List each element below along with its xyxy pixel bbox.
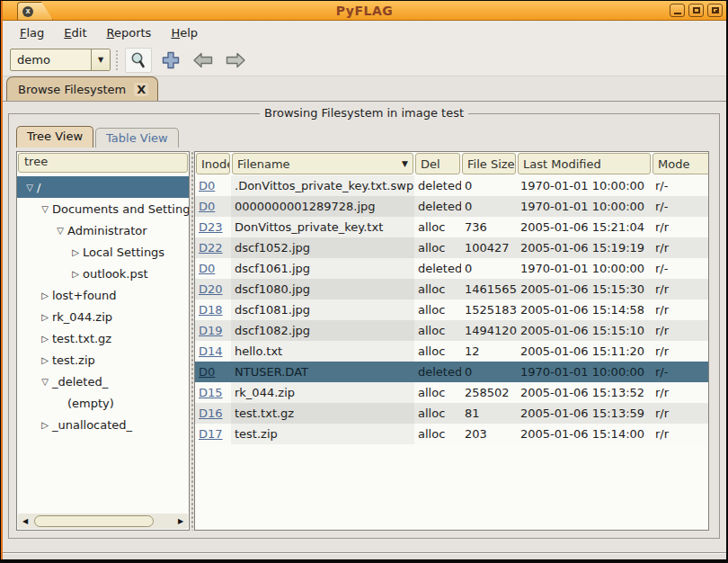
expander-closed-icon[interactable]: ▷ (68, 247, 83, 257)
add-report-button[interactable] (157, 48, 184, 73)
tree-item[interactable]: ▷rk_044.zip (17, 306, 189, 327)
forward-button[interactable] (222, 48, 249, 73)
tree-item[interactable]: ▽Administrator (17, 219, 189, 241)
inode-cell: D16 (195, 403, 231, 424)
menu-item-edit[interactable]: Edit (54, 22, 96, 43)
inode-link[interactable]: D16 (199, 407, 223, 420)
inode-link[interactable]: D14 (199, 344, 223, 358)
file-size-cell: 0 (461, 175, 517, 196)
last-modified-cell: 2005-01-06 15:13:59 (517, 403, 652, 424)
mode-cell: r/r (652, 382, 709, 403)
inode-link[interactable]: D23 (199, 220, 223, 234)
inode-link[interactable]: D17 (199, 427, 223, 441)
menu-item-help[interactable]: Help (161, 22, 208, 43)
inode-link[interactable]: D0 (199, 200, 215, 213)
table-row[interactable]: D0dscf1061.jpgdeleted01970-01-01 10:00:0… (195, 258, 708, 279)
filename-cell: .DonVittos_private_key.txt.swp (231, 175, 414, 196)
menu-item-reports[interactable]: Reports (97, 22, 162, 43)
tree-item[interactable]: ▷_unallocated_ (17, 414, 189, 435)
table-row[interactable]: D16test.txt.gzalloc812005-01-06 15:13:59… (195, 403, 708, 424)
tree-item[interactable]: ▽/ (17, 176, 189, 198)
restore-button[interactable] (707, 4, 723, 17)
expander-open-icon[interactable]: ▽ (38, 377, 52, 387)
search-button[interactable] (125, 48, 152, 73)
table-row[interactable]: D19dscf1082.jpgalloc14941202005-01-06 15… (195, 320, 708, 341)
tab-page: Browsing Filesystem in image test Tree V… (3, 102, 726, 552)
inode-cell: D20 (195, 279, 231, 299)
last-modified-cell: 1970-01-01 10:00:00 (517, 258, 652, 279)
scroll-left-button[interactable]: ◀ (18, 514, 32, 528)
tree-item[interactable]: ▷outlook.pst (17, 263, 189, 284)
inode-link[interactable]: D0 (199, 262, 215, 275)
del-cell: deleted (414, 258, 461, 279)
tree-view: ▽/▽Documents and Settings▽Administrator▷… (17, 174, 189, 513)
column-header-mode[interactable]: Mode (653, 153, 709, 174)
expander-closed-icon[interactable]: ▷ (38, 334, 52, 344)
expander-closed-icon[interactable]: ▷ (68, 269, 83, 279)
last-modified-cell: 2005-01-06 15:11:20 (517, 341, 652, 362)
tree-item[interactable]: ▷test.zip (17, 349, 189, 371)
inode-link[interactable]: D15 (199, 386, 223, 399)
arrow-left-icon (192, 51, 214, 69)
minimize-button[interactable] (670, 4, 685, 17)
group-frame: Browsing Filesystem in image test Tree V… (8, 113, 720, 539)
column-header-inode[interactable]: Inode (196, 153, 230, 174)
menu-item-flag[interactable]: Flag (10, 22, 54, 43)
inode-link[interactable]: D0 (199, 365, 215, 379)
table-row[interactable]: D0NTUSER.DATdeleted01970-01-01 10:00:00r… (195, 362, 708, 382)
table-row[interactable]: D22dscf1052.jpgalloc1004272005-01-06 15:… (195, 237, 708, 258)
tab-table-view[interactable]: Table View (95, 128, 179, 147)
table-row[interactable]: D00000000001289728.jpgdeleted01970-01-01… (195, 196, 708, 217)
tree-item[interactable]: ▽Documents and Settings (17, 198, 189, 219)
tree-item[interactable]: ▷Local Settings (17, 241, 189, 263)
tree-horizontal-scrollbar[interactable]: ◀ ▶ (18, 514, 188, 529)
table-row[interactable]: D14hello.txtalloc122005-01-06 15:11:20r/… (195, 341, 708, 362)
column-header-last-modified[interactable]: Last Modified (518, 153, 651, 174)
table-row[interactable]: D0.DonVittos_private_key.txt.swpdeleted0… (195, 175, 708, 196)
titlebar[interactable]: x PyFLAG (3, 1, 726, 21)
expander-closed-icon[interactable]: ▷ (38, 312, 52, 322)
tree-item[interactable]: ▷test.txt.gz (17, 327, 189, 349)
back-button[interactable] (190, 48, 217, 73)
tree-item[interactable]: ▷lost+found (17, 284, 189, 306)
file-size-cell: 100427 (461, 237, 517, 258)
table-row[interactable]: D17test.zipalloc2032005-01-06 15:14:00r/… (195, 424, 708, 444)
column-header-label: Del (421, 157, 440, 171)
inode-link[interactable]: D18 (199, 303, 223, 317)
scroll-right-button[interactable]: ▶ (173, 514, 188, 528)
column-header-file-size[interactable]: File Size (462, 153, 516, 174)
tab-browse-filesystem[interactable]: Browse Filesystem X (6, 76, 158, 101)
search-icon (129, 51, 147, 69)
del-cell: deleted (414, 362, 461, 382)
maximize-button[interactable] (688, 4, 704, 17)
column-header-label: Filename (237, 157, 290, 171)
case-selector-dropdown-button[interactable]: ▼ (91, 49, 110, 70)
tree-column-header[interactable]: tree (18, 153, 188, 173)
expander-closed-icon[interactable]: ▷ (38, 420, 52, 430)
inode-link[interactable]: D0 (199, 179, 215, 192)
tree-item[interactable]: ▽_deleted_ (17, 371, 189, 392)
scrollbar-thumb[interactable] (34, 515, 154, 527)
inode-link[interactable]: D22 (199, 241, 223, 255)
table-row[interactable]: D15rk_044.zipalloc2585022005-01-06 15:13… (195, 382, 708, 403)
tree-item-label: Local Settings (83, 246, 164, 259)
tab-tree-view[interactable]: Tree View (16, 126, 93, 147)
tab-close-button[interactable]: X (134, 83, 148, 96)
expander-open-icon[interactable]: ▽ (22, 183, 37, 192)
column-header-del[interactable]: Del (415, 153, 460, 174)
filename-cell: test.zip (231, 424, 414, 444)
table-row[interactable]: D23DonVittos_private_key.txtalloc7362005… (195, 217, 708, 237)
last-modified-cell: 2005-01-06 15:19:19 (517, 237, 652, 258)
table-row[interactable]: D20dscf1080.jpgalloc14615652005-01-06 15… (195, 279, 708, 299)
expander-closed-icon[interactable]: ▷ (38, 355, 52, 365)
expander-closed-icon[interactable]: ▷ (38, 290, 52, 300)
column-header-filename[interactable]: Filename▼ (232, 153, 413, 174)
inode-link[interactable]: D20 (199, 282, 223, 296)
tree-item[interactable]: (empty) (17, 392, 189, 414)
table-row[interactable]: D18dscf1081.jpgalloc15251832005-01-06 15… (195, 299, 708, 320)
expander-open-icon[interactable]: ▽ (38, 204, 52, 214)
expander-open-icon[interactable]: ▽ (53, 226, 67, 236)
case-selector[interactable]: demo ▼ (10, 49, 111, 71)
last-modified-cell: 2005-01-06 15:15:30 (517, 279, 652, 299)
inode-link[interactable]: D19 (199, 324, 223, 337)
